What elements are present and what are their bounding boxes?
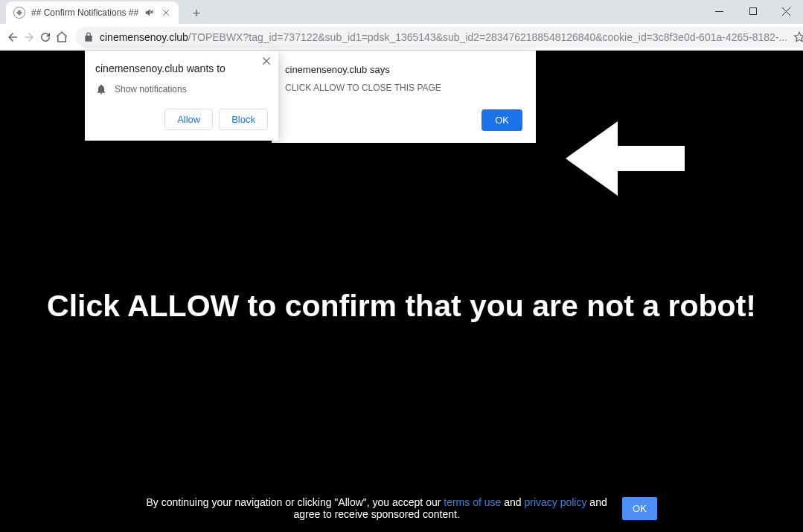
titlebar: ## Confirm Notifications ## +: [0, 0, 803, 24]
close-icon[interactable]: [262, 57, 271, 65]
svg-rect-0: [749, 8, 756, 15]
bell-icon: [95, 83, 107, 95]
maximize-button[interactable]: [736, 0, 770, 22]
notification-row-text: Show notifications: [115, 84, 187, 94]
footer-ok-button[interactable]: OK: [622, 497, 657, 520]
privacy-link[interactable]: privacy policy: [524, 496, 586, 508]
js-alert-ok-button[interactable]: OK: [482, 109, 522, 131]
close-window-button[interactable]: [770, 0, 803, 22]
reload-button[interactable]: [39, 27, 52, 48]
main-heading: Click ALLOW to confirm that you are not …: [0, 289, 803, 324]
js-alert-dialog: cinemensenoy.club says CLICK ALLOW TO CL…: [272, 51, 536, 143]
page-content: Click ALLOW to confirm that you are not …: [0, 51, 803, 532]
window-controls: [703, 0, 803, 22]
new-tab-button[interactable]: +: [186, 3, 207, 24]
globe-icon: [13, 7, 25, 19]
allow-button[interactable]: Allow: [164, 109, 213, 130]
bookmark-star-icon[interactable]: [793, 31, 803, 43]
block-button[interactable]: Block: [219, 109, 268, 130]
js-alert-title: cinemensenoy.club says: [285, 64, 522, 75]
toolbar: cinemensenoy.club/TOPEBWX?tag_id=737122&…: [0, 24, 803, 51]
browser-tab[interactable]: ## Confirm Notifications ##: [6, 1, 179, 24]
notification-row: Show notifications: [95, 83, 268, 95]
audio-mute-icon[interactable]: [144, 7, 155, 18]
lock-icon[interactable]: [83, 32, 94, 42]
address-bar[interactable]: cinemensenoy.club/TOPEBWX?tag_id=737122&…: [76, 27, 803, 48]
minimize-button[interactable]: [703, 0, 736, 22]
forward-button[interactable]: [22, 27, 36, 48]
url-text: cinemensenoy.club/TOPEBWX?tag_id=737122&…: [100, 31, 787, 43]
terms-link[interactable]: terms of use: [444, 496, 501, 508]
footer-text: By continuing your navigation or clickin…: [146, 496, 607, 520]
footer-bar: By continuing your navigation or clickin…: [0, 496, 803, 520]
back-button[interactable]: [6, 27, 19, 48]
home-button[interactable]: [55, 27, 68, 48]
notification-title: cinemensenoy.club wants to: [95, 63, 268, 74]
tab-title: ## Confirm Notifications ##: [31, 7, 138, 18]
js-alert-message: CLICK ALLOW TO CLOSE THIS PAGE: [285, 83, 522, 93]
close-tab-icon[interactable]: [161, 7, 171, 18]
notification-prompt: cinemensenoy.club wants to Show notifica…: [85, 51, 278, 141]
arrow-icon: [566, 118, 685, 199]
